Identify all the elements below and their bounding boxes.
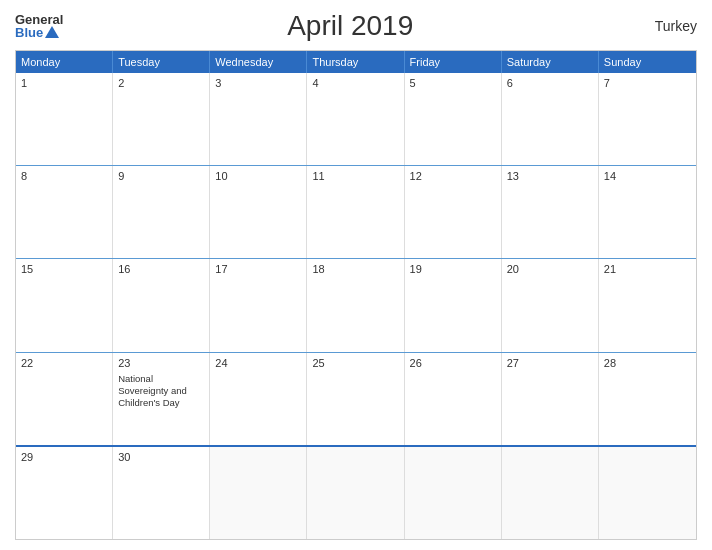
cell-apr-2: 2	[113, 73, 210, 165]
logo-blue-text: Blue	[15, 26, 59, 39]
cell-apr-11: 11	[307, 166, 404, 258]
cell-apr-26: 26	[405, 353, 502, 445]
cell-empty-5	[599, 447, 696, 539]
cell-apr-3: 3	[210, 73, 307, 165]
weekday-sunday: Sunday	[599, 51, 696, 73]
cell-empty-1	[210, 447, 307, 539]
calendar-header: Monday Tuesday Wednesday Thursday Friday…	[16, 51, 696, 73]
weekday-thursday: Thursday	[307, 51, 404, 73]
weekday-friday: Friday	[405, 51, 502, 73]
cell-apr-7: 7	[599, 73, 696, 165]
cell-apr-24: 24	[210, 353, 307, 445]
cell-apr-4: 4	[307, 73, 404, 165]
cell-empty-3	[405, 447, 502, 539]
cell-apr-23: 23 National Sovereignty and Children's D…	[113, 353, 210, 445]
cell-apr-15: 15	[16, 259, 113, 351]
cell-apr-17: 17	[210, 259, 307, 351]
calendar-row-4: 22 23 National Sovereignty and Children'…	[16, 352, 696, 445]
cell-empty-2	[307, 447, 404, 539]
calendar: Monday Tuesday Wednesday Thursday Friday…	[15, 50, 697, 540]
cell-apr-5: 5	[405, 73, 502, 165]
logo: General Blue	[15, 13, 63, 39]
cell-apr-13: 13	[502, 166, 599, 258]
calendar-page: General Blue April 2019 Turkey Monday Tu…	[0, 0, 712, 550]
cell-apr-19: 19	[405, 259, 502, 351]
cell-apr-25: 25	[307, 353, 404, 445]
weekday-tuesday: Tuesday	[113, 51, 210, 73]
cell-apr-1: 1	[16, 73, 113, 165]
calendar-row-2: 8 9 10 11 12 13 14	[16, 165, 696, 258]
cell-apr-30: 30	[113, 447, 210, 539]
cell-apr-28: 28	[599, 353, 696, 445]
calendar-row-1: 1 2 3 4 5 6 7	[16, 73, 696, 165]
calendar-body: 1 2 3 4 5 6 7 8 9 10 11 12 13 14 15 16	[16, 73, 696, 539]
page-header: General Blue April 2019 Turkey	[15, 10, 697, 42]
cell-empty-4	[502, 447, 599, 539]
calendar-row-3: 15 16 17 18 19 20 21	[16, 258, 696, 351]
cell-apr-27: 27	[502, 353, 599, 445]
cell-apr-9: 9	[113, 166, 210, 258]
weekday-monday: Monday	[16, 51, 113, 73]
cell-apr-20: 20	[502, 259, 599, 351]
cell-apr-29: 29	[16, 447, 113, 539]
weekday-saturday: Saturday	[502, 51, 599, 73]
country-label: Turkey	[637, 18, 697, 34]
cell-apr-12: 12	[405, 166, 502, 258]
weekday-wednesday: Wednesday	[210, 51, 307, 73]
logo-triangle-icon	[45, 26, 59, 38]
cell-apr-18: 18	[307, 259, 404, 351]
cell-apr-14: 14	[599, 166, 696, 258]
calendar-title: April 2019	[63, 10, 637, 42]
calendar-row-5: 29 30	[16, 445, 696, 539]
cell-apr-6: 6	[502, 73, 599, 165]
cell-apr-8: 8	[16, 166, 113, 258]
cell-apr-10: 10	[210, 166, 307, 258]
cell-apr-21: 21	[599, 259, 696, 351]
cell-apr-22: 22	[16, 353, 113, 445]
cell-apr-16: 16	[113, 259, 210, 351]
event-national-sovereignty: National Sovereignty and Children's Day	[118, 373, 204, 410]
